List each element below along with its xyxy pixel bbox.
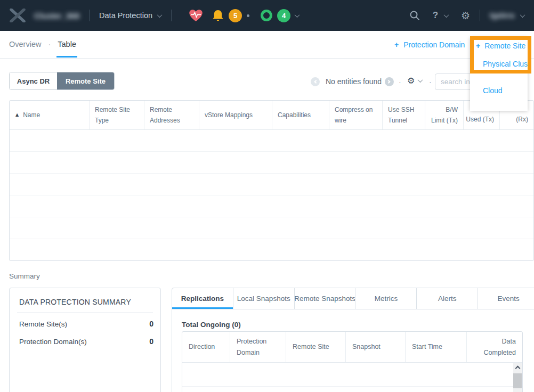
chevron-down-icon[interactable] — [295, 12, 300, 18]
data-protection-summary-card: DATA PROTECTION SUMMARY Remote Site(s) 0… — [9, 288, 161, 392]
chevron-down-icon — [157, 12, 163, 18]
tab-remote-snapshots[interactable]: Remote Snapshots — [295, 288, 356, 309]
data-protection-page: Cluster_368 Data Protection 5 4 — [0, 0, 534, 392]
column-header-remote-addresses[interactable]: Remote Addresses — [144, 101, 199, 129]
dr-type-toggle: Async DR Remote Site — [9, 72, 115, 90]
stat-label: Remote Site(s) — [19, 320, 67, 328]
add-protection-domain-link[interactable]: + Protection Domain — [394, 40, 465, 49]
menu-item-cloud[interactable]: Cloud — [483, 86, 503, 95]
stat-protection-domains: Protection Domain(s) 0 — [19, 337, 153, 346]
nutanix-logo-icon[interactable] — [10, 9, 26, 22]
table-row-empty — [10, 130, 533, 152]
remote-site-dropdown-menu: + Remote Site Physical Cluster Cloud — [470, 37, 528, 111]
remote-sites-table: ▲ Name Remote Site Type Remote Addresses… — [9, 100, 534, 261]
detail-tabs: Replications Local Snapshots Remote Snap… — [172, 288, 534, 309]
summary-section-label: Summary — [9, 272, 40, 280]
chevron-left-icon — [314, 80, 318, 84]
table-row-empty — [10, 152, 533, 174]
add-remote-site-label: Remote Site — [484, 42, 525, 50]
tab-events[interactable]: Events — [478, 288, 534, 309]
chevron-down-icon[interactable] — [444, 12, 449, 18]
table-row-empty — [182, 387, 522, 392]
column-header-use-ssh-tunnel[interactable]: Use SSH Tunnel — [383, 101, 425, 129]
pager-previous-button[interactable] — [311, 77, 320, 86]
column-header-compress-on-wire[interactable]: Compress on wire — [329, 101, 383, 129]
table-settings-button[interactable]: ⚙ — [407, 76, 422, 86]
separator-dot — [247, 14, 249, 17]
divider — [17, 312, 153, 313]
total-ongoing-title: Total Ongoing (0) — [182, 321, 241, 329]
entities-status-text: No entities found — [326, 77, 382, 86]
gear-icon[interactable]: ⚙ — [461, 10, 470, 21]
tasks-count-badge[interactable]: 4 — [277, 9, 290, 22]
help-button[interactable]: ? — [433, 10, 438, 21]
alerts-bell-icon[interactable] — [212, 10, 224, 22]
tab-metrics[interactable]: Metrics — [355, 288, 417, 309]
column-header-protection-domain[interactable]: Protection Domain — [230, 332, 286, 362]
async-dr-toggle[interactable]: Async DR — [10, 72, 57, 89]
tab-replications[interactable]: Replications — [172, 288, 233, 309]
column-header-data-completed[interactable]: Data Completed — [467, 332, 522, 362]
tasks-ring-icon[interactable] — [261, 10, 272, 21]
separator-dot: · — [399, 78, 401, 86]
plus-icon: + — [476, 42, 480, 50]
nav-section-label: Data Protection — [99, 11, 152, 20]
top-navbar: Cluster_368 Data Protection 5 4 — [0, 0, 534, 31]
column-header-remote-site-type[interactable]: Remote Site Type — [90, 101, 144, 129]
replications-table-body — [182, 363, 522, 392]
nav-right-group: ? ⚙ tgalera — [409, 10, 524, 21]
chevron-down-icon — [418, 77, 423, 83]
separator-dot: · — [429, 78, 432, 86]
stat-value: 0 — [149, 337, 153, 346]
table-row-empty — [10, 174, 533, 195]
tab-separator-dot: · — [48, 40, 51, 48]
column-header-remote-site[interactable]: Remote Site — [286, 332, 346, 362]
stat-remote-sites: Remote Site(s) 0 — [19, 320, 153, 328]
stat-label: Protection Domain(s) — [19, 338, 87, 346]
table-row-empty — [182, 363, 522, 387]
table-row-empty — [10, 217, 533, 239]
tab-alerts[interactable]: Alerts — [417, 288, 478, 309]
column-header-vstore-mappings[interactable]: vStore Mappings — [199, 101, 272, 129]
column-header-name[interactable]: ▲ Name — [10, 101, 90, 129]
plus-icon: + — [394, 40, 399, 49]
tab-overview[interactable]: Overview — [9, 40, 41, 48]
column-header-snapshot[interactable]: Snapshot — [346, 332, 406, 362]
scrollbar-thumb[interactable] — [513, 373, 522, 388]
stat-value: 0 — [149, 320, 153, 328]
nav-section-dropdown[interactable]: Data Protection — [99, 11, 161, 20]
column-header-direction[interactable]: Direction — [182, 332, 230, 362]
sort-ascending-icon: ▲ — [15, 110, 19, 120]
table-row-empty — [10, 195, 533, 217]
username[interactable]: tgalera — [490, 11, 514, 20]
menu-item-physical-cluster[interactable]: Physical Cluster — [483, 60, 528, 68]
column-header-capabilities[interactable]: Capabilities — [272, 101, 329, 129]
pager-next-button[interactable] — [385, 77, 394, 86]
chevron-down-icon[interactable] — [520, 12, 525, 18]
health-heart-icon[interactable] — [189, 9, 203, 22]
summary-card-title: DATA PROTECTION SUMMARY — [19, 298, 131, 306]
tab-local-snapshots[interactable]: Local Snapshots — [233, 288, 295, 309]
nav-divider — [89, 10, 90, 21]
nav-status-icons: 5 4 — [189, 9, 299, 22]
replications-table: Direction Protection Domain Remote Site … — [182, 331, 523, 392]
remote-site-toggle-selected[interactable]: Remote Site — [57, 72, 114, 89]
vertical-scrollbar[interactable] — [513, 363, 522, 392]
detail-card: Replications Local Snapshots Remote Snap… — [172, 288, 534, 392]
column-header-bw-limit-tx[interactable]: B/W Limit (Tx) — [425, 101, 464, 129]
table-row-empty — [10, 239, 533, 261]
gear-icon: ⚙ — [407, 76, 415, 86]
page-tabs-row: Overview · Table + Protection Domain — [0, 31, 534, 59]
scroll-up-icon[interactable] — [515, 366, 520, 371]
add-protection-domain-label: Protection Domain — [403, 40, 465, 49]
replications-table-header: Direction Protection Domain Remote Site … — [182, 332, 522, 363]
tab-table-active[interactable]: Table — [58, 40, 76, 57]
cluster-name: Cluster_368 — [34, 11, 79, 20]
column-header-start-time[interactable]: Start Time — [406, 332, 467, 362]
alerts-count-badge[interactable]: 5 — [229, 9, 242, 22]
add-remote-site-link[interactable]: + Remote Site — [476, 42, 525, 50]
nav-divider — [480, 10, 480, 21]
search-icon[interactable] — [409, 10, 420, 21]
chevron-right-icon — [387, 80, 391, 84]
nav-divider — [171, 10, 172, 21]
